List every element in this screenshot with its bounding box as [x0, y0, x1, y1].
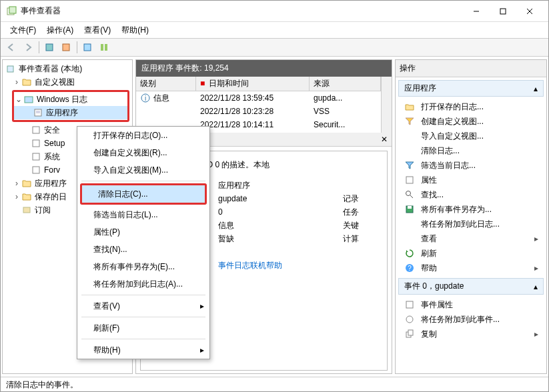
- log-icon: [31, 151, 41, 162]
- action-help[interactable]: ?帮助▸: [398, 261, 544, 275]
- svg-rect-23: [406, 177, 413, 183]
- grid-title: 应用程序 事件数: 19,254: [136, 60, 392, 77]
- ctx-create-view[interactable]: 创建自定义视图(R)...: [77, 144, 209, 161]
- svg-rect-10: [105, 44, 107, 51]
- close-button[interactable]: [516, 2, 543, 21]
- action-clear-log[interactable]: 清除日志...: [398, 143, 544, 158]
- chevron-right-icon: ▸: [534, 234, 538, 243]
- chevron-right-icon: ▸: [200, 345, 204, 355]
- svg-rect-18: [33, 153, 39, 160]
- online-help-link[interactable]: 事件日志联机帮助: [218, 260, 383, 271]
- ctx-attach-task[interactable]: 将任务附加到此日志(A)...: [77, 275, 209, 293]
- grid-row[interactable]: 2022/11/28 10:23:28 VSS: [136, 105, 381, 118]
- svg-rect-30: [406, 301, 413, 308]
- svg-point-31: [406, 316, 413, 323]
- folder-icon: [21, 77, 32, 87]
- action-filter-log[interactable]: 筛选当前日志...: [398, 158, 544, 173]
- task-icon: [404, 314, 416, 325]
- menu-view[interactable]: 查看(V): [79, 23, 116, 38]
- filter-icon: [404, 160, 416, 171]
- tool-btn-2[interactable]: [58, 40, 74, 55]
- chevron-right-icon: ▸: [200, 301, 204, 311]
- ctx-import-view[interactable]: 导入自定义视图(M)...: [77, 161, 209, 179]
- action-open-saved[interactable]: 打开保存的日志...: [398, 99, 544, 114]
- action-attach-task[interactable]: 将任务附加到此日志...: [398, 217, 544, 231]
- menu-file[interactable]: 文件(F): [5, 23, 41, 38]
- ctx-open-saved[interactable]: 打开保存的日志(O)...: [77, 127, 209, 144]
- back-button: [3, 40, 19, 55]
- action-create-view[interactable]: 创建自定义视图...: [398, 114, 544, 129]
- collapse-icon[interactable]: ▴: [534, 282, 538, 291]
- maximize-button[interactable]: [490, 2, 516, 21]
- expand-icon[interactable]: ›: [12, 192, 21, 201]
- ctx-find[interactable]: 查找(N)...: [77, 241, 209, 258]
- ctx-save-all[interactable]: 将所有事件另存为(E)...: [77, 258, 209, 275]
- svg-rect-19: [33, 167, 39, 173]
- folder-icon: [23, 94, 34, 105]
- tree-windows-logs[interactable]: ⌄ Windows 日志: [14, 93, 127, 106]
- action-refresh[interactable]: 刷新: [398, 246, 544, 261]
- expand-icon[interactable]: ›: [12, 77, 21, 87]
- help-icon: ?: [404, 263, 416, 273]
- svg-rect-11: [7, 66, 13, 72]
- menu-action[interactable]: 操作(A): [41, 23, 79, 38]
- ctx-view[interactable]: 查看(V)▸: [77, 297, 209, 315]
- action-properties[interactable]: 属性: [398, 173, 544, 187]
- col-level[interactable]: 级别: [136, 77, 196, 91]
- grid-header: 级别 ■日期和时间 来源: [136, 77, 381, 91]
- search-icon: [404, 189, 416, 200]
- menu-help[interactable]: 帮助(H): [116, 23, 154, 38]
- svg-rect-8: [84, 44, 91, 51]
- collapse-icon[interactable]: ▴: [534, 84, 538, 93]
- forward-button: [20, 40, 36, 55]
- action-import-view[interactable]: 导入自定义视图...: [398, 129, 544, 143]
- tree-application-log[interactable]: 应用程序: [14, 106, 127, 119]
- svg-rect-33: [408, 330, 413, 335]
- chevron-right-icon: ▸: [534, 263, 538, 273]
- tool-btn-1[interactable]: [41, 40, 57, 55]
- actions-section-app: 应用程序 ▴: [398, 80, 544, 97]
- col-source[interactable]: 来源: [310, 77, 381, 91]
- ctx-clear-log[interactable]: 清除日志(C)...: [82, 185, 205, 203]
- action-event-attach[interactable]: 将任务附加到此事件...: [398, 312, 544, 327]
- action-event-properties[interactable]: 事件属性: [398, 297, 544, 312]
- log-icon: [31, 165, 41, 175]
- svg-rect-12: [25, 97, 33, 103]
- subscription-icon: [21, 205, 32, 215]
- statusbar: 清除日志中的事件。: [1, 377, 548, 391]
- collapse-icon[interactable]: ⌄: [14, 95, 23, 104]
- chevron-right-icon: ▸: [534, 329, 538, 339]
- log-icon: [31, 125, 41, 135]
- expand-icon[interactable]: ›: [12, 179, 21, 188]
- tree-custom-views[interactable]: › 自定义视图: [3, 75, 132, 89]
- copy-icon: [404, 329, 416, 339]
- tool-btn-4[interactable]: [96, 40, 112, 55]
- close-detail-icon[interactable]: ✕: [381, 135, 388, 144]
- menubar: 文件(F) 操作(A) 查看(V) 帮助(H): [1, 22, 548, 38]
- svg-rect-7: [63, 44, 69, 51]
- col-datetime[interactable]: ■日期和时间: [196, 77, 310, 91]
- titlebar: 事件查看器: [1, 1, 548, 22]
- ctx-filter-log[interactable]: 筛选当前日志(L)...: [77, 206, 209, 223]
- tool-btn-3[interactable]: [79, 40, 95, 55]
- action-find[interactable]: 查找...: [398, 187, 544, 202]
- filter-icon: [404, 116, 416, 127]
- app-icon: [6, 6, 17, 17]
- svg-rect-1: [9, 7, 16, 13]
- svg-rect-17: [33, 140, 39, 147]
- eventviewer-icon: [5, 63, 16, 74]
- minimize-button[interactable]: [463, 2, 490, 21]
- scrollbar[interactable]: [381, 77, 392, 133]
- svg-rect-6: [46, 44, 53, 51]
- svg-rect-27: [408, 206, 412, 209]
- svg-rect-3: [500, 9, 506, 14]
- svg-point-24: [406, 191, 411, 196]
- ctx-help[interactable]: 帮助(H)▸: [77, 341, 209, 359]
- action-copy[interactable]: 复制▸: [398, 327, 544, 341]
- ctx-refresh[interactable]: 刷新(F): [77, 319, 209, 337]
- action-save-all[interactable]: 将所有事件另存为...: [398, 202, 544, 217]
- tree-root[interactable]: 事件查看器 (本地): [3, 62, 132, 75]
- ctx-properties[interactable]: 属性(P): [77, 223, 209, 241]
- grid-row[interactable]: i 信息 2022/11/28 13:59:45 gupda...: [136, 91, 381, 105]
- action-view[interactable]: 查看▸: [398, 231, 544, 246]
